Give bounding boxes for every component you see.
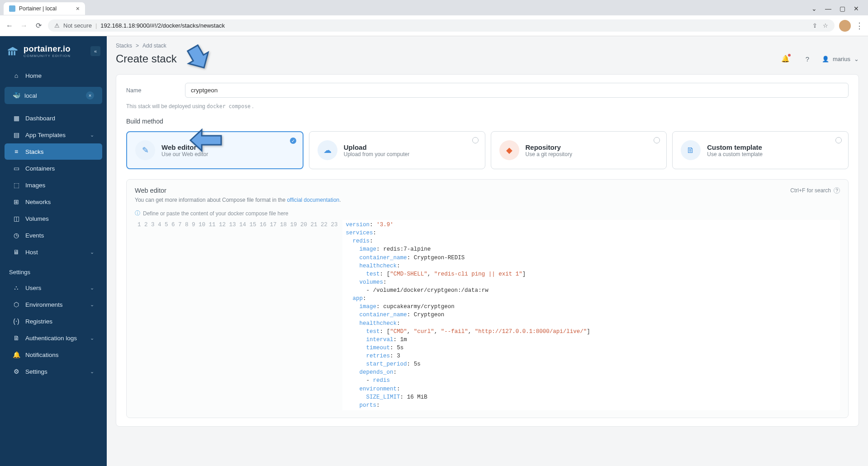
sidebar-item-dashboard[interactable]: ▦Dashboard [5,110,102,126]
docker-icon: 🐳 [13,92,20,99]
sidebar-item-label: Volumes [25,215,49,222]
chevron-down-icon[interactable]: ⌄ [811,5,817,12]
auth-icon: 🗎 [13,334,20,342]
kebab-menu-icon[interactable]: ⋮ [855,21,863,31]
home-icon: ⌂ [13,72,20,79]
sidebar-item-label: Stacks [25,148,44,155]
editor-title: Web editor [135,187,166,194]
close-window-icon[interactable]: ✕ [854,5,859,12]
chevron-down-icon: ⌄ [90,369,94,375]
sidebar-item-label: Registries [25,318,52,325]
sidebar-item-users[interactable]: ⛬Users⌄ [5,280,102,296]
collapse-sidebar-button[interactable]: « [90,46,100,56]
users-icon: ⛬ [13,284,20,291]
favicon-icon [9,5,15,12]
tab-title: Portainer | local [19,5,57,12]
not-secure-icon: ⚠ [54,22,60,29]
web-editor-section: Web editor Ctrl+F for search ? You can g… [126,179,849,418]
sidebar-environment-pill[interactable]: 🐳 local × [5,87,102,104]
build-method-custom-template[interactable]: 🗎Custom templateUse a custom template [672,131,849,169]
sidebar-item-networks[interactable]: ⊞Networks [5,194,102,210]
chevron-down-icon: ⌄ [90,285,94,291]
user-menu[interactable]: 👤 marius ⌄ [822,56,859,62]
radio-icon: ✓ [290,138,296,144]
sidebar-item-app-templates[interactable]: ▤App Templates⌄ [5,127,102,143]
editor-help-text: You can get more information about Compo… [135,197,840,203]
notifications-button[interactable]: 🔔 [778,52,793,66]
sidebar-item-volumes[interactable]: ◫Volumes [5,210,102,227]
breadcrumb-root[interactable]: Stacks [116,43,132,49]
chevron-down-icon: ⌄ [90,249,94,255]
sidebar-item-settings[interactable]: ⚙Settings⌄ [5,363,102,380]
sidebar-item-notifications[interactable]: 🔔Notifications [5,347,102,363]
browser-tab[interactable]: Portainer | local × [4,2,85,15]
sidebar-item-images[interactable]: ⬚Images [5,177,102,193]
sidebar-item-stacks[interactable]: ≡Stacks [5,143,102,160]
sidebar-item-environments[interactable]: ⬡Environments⌄ [5,296,102,313]
main-content: Stacks > Add stack Create stack 🔔 ? 👤 ma… [107,36,868,466]
host-icon: 🖥 [13,248,20,256]
official-docs-link[interactable]: official documentation [287,197,339,203]
brand-edition: COMMUNITY EDITION [24,54,71,58]
method-icon: 🗎 [681,140,701,160]
reload-button[interactable]: ⟳ [33,21,43,30]
environment-name: local [24,92,37,99]
sidebar-item-label: Dashboard [25,115,55,122]
method-icon: ◆ [499,140,519,160]
minimize-icon[interactable]: — [825,5,831,12]
method-subtitle: Upload from your computer [344,151,409,157]
bookmark-icon[interactable]: ☆ [823,22,828,29]
volumes-icon: ◫ [13,215,20,222]
info-icon: ⓘ [135,209,140,217]
browser-chrome: Portainer | local × ⌄ — ▢ ✕ ← → ⟳ ⚠ Not … [0,0,868,36]
sidebar-item-authentication-logs[interactable]: 🗎Authentication logs⌄ [5,330,102,346]
avatar[interactable] [839,20,851,32]
not-secure-label: Not secure [63,22,92,29]
sidebar-item-label: Authentication logs [25,335,77,342]
sidebar-item-label: Networks [25,199,51,205]
maximize-icon[interactable]: ▢ [840,5,845,12]
help-icon[interactable]: ? [834,187,840,194]
help-icon: ? [806,55,809,63]
share-icon[interactable]: ⇪ [812,22,817,29]
networks-icon: ⊞ [13,198,20,205]
create-stack-card: Name This stack will be deployed using d… [116,74,859,427]
close-environment-icon[interactable]: × [86,91,94,100]
brand-name: portainer.io [24,44,71,54]
sidebar-item-registries[interactable]: (⋅)Registries [5,313,102,329]
chevron-down-icon: ⌄ [854,56,859,62]
back-button[interactable]: ← [5,22,14,30]
address-bar[interactable]: ⚠ Not secure | 192.168.1.18:9000/#!/2/do… [48,19,835,32]
sidebar-item-label: Notifications [25,352,59,358]
url-text: 192.168.1.18:9000/#!/2/docker/stacks/new… [100,22,225,29]
chevron-down-icon: ⌄ [90,302,94,308]
sidebar-item-events[interactable]: ◷Events [5,227,102,243]
method-title: Repository [526,143,572,151]
stack-name-input[interactable] [185,83,849,98]
compose-editor[interactable]: 1 2 3 4 5 6 7 8 9 10 11 12 13 14 15 16 1… [135,220,840,410]
sidebar-item-home[interactable]: ⌂ Home [5,67,102,84]
sidebar-item-label: App Templates [25,132,66,138]
sidebar-item-label: Environments [25,301,63,308]
build-method-repository[interactable]: ◆RepositoryUse a git repository [491,131,667,169]
page-title: Create stack [116,52,177,65]
sidebar-item-label: Events [25,232,44,239]
stacks-icon: ≡ [13,148,20,155]
help-button[interactable]: ? [800,52,815,66]
build-method-upload[interactable]: ☁UploadUpload from your computer [309,131,485,169]
bell-icon: 🔔 [13,351,20,358]
method-subtitle: Use a custom template [707,151,763,157]
sidebar-item-label: Users [25,285,41,291]
build-method-web-editor[interactable]: ✎Web editorUse our Web editor✓ [126,131,304,169]
method-title: Upload [344,143,409,151]
sidebar-item-containers[interactable]: ▭Containers [5,160,102,176]
close-tab-icon[interactable]: × [76,5,80,12]
sidebar-settings-heading: Settings [0,261,107,279]
editor-tip-text: Define or paste the content of your dock… [143,210,289,217]
window-controls: ⌄ — ▢ ✕ [811,5,864,12]
sidebar-item-host[interactable]: 🖥Host⌄ [5,244,102,260]
sidebar: portainer.io COMMUNITY EDITION « ⌂ Home … [0,36,107,466]
forward-button[interactable]: → [19,22,29,30]
method-icon: ✎ [135,140,155,160]
radio-icon [835,137,842,143]
